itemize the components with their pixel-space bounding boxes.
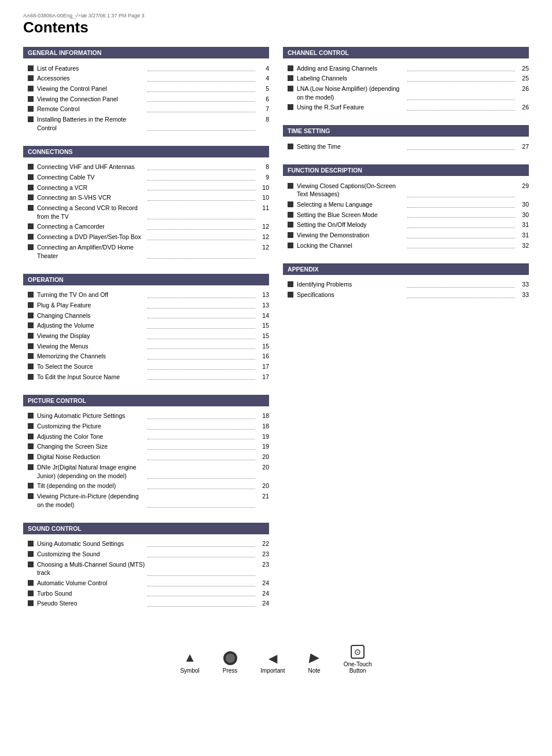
- header-text: AA68-03806A-00Eng_√÷iæ 3/27/06 1:37 PM P…: [23, 13, 145, 19]
- bullet-icon: [28, 454, 34, 460]
- bullet-icon: [288, 104, 293, 110]
- section-header-time-setting: TIME SETTING: [283, 125, 529, 137]
- bullet-icon: [288, 281, 293, 287]
- item-label: Identifying Problems: [297, 280, 405, 289]
- item-label: To Select the Source: [37, 362, 145, 371]
- item-page-number: 25: [517, 64, 529, 73]
- item-page-number: 25: [517, 74, 529, 83]
- section-operation: OPERATIONTurning the TV On and Off13Plug…: [23, 274, 269, 384]
- item-dots: [148, 224, 256, 230]
- right-column: CHANNEL CONTROLAdding and Erasing Channe…: [283, 47, 529, 622]
- item-page-number: 31: [517, 231, 529, 240]
- page-header: AA68-03806A-00Eng_√÷iæ 3/27/06 1:37 PM P…: [23, 12, 529, 19]
- item-dots: [148, 364, 256, 370]
- item-dots: [148, 76, 256, 82]
- item-page-number: 20: [257, 463, 269, 472]
- footer-label-one-touch: One-Touch Button: [344, 661, 372, 674]
- item-dots: [407, 202, 516, 208]
- item-label: Connecting a VCR: [37, 184, 145, 192]
- item-label: Viewing the Menus: [37, 342, 145, 351]
- bullet-icon: [28, 343, 34, 349]
- footer-label-important: Important: [260, 667, 285, 674]
- list-item: Turbo Sound24: [28, 588, 269, 599]
- list-item: Installing Batteries in the Remote Contr…: [28, 114, 269, 133]
- item-dots: [407, 233, 516, 238]
- list-item: Choosing a Multi-Channel Sound (MTS) tra…: [28, 559, 269, 578]
- item-label: Adjusting the Color Tone: [37, 432, 145, 441]
- list-item: Viewing the Menus15: [28, 341, 269, 351]
- list-item: Viewing the Demonstration31: [288, 230, 529, 241]
- item-dots: [148, 354, 256, 359]
- item-label: Viewing Picture-in-Picture (depending on…: [37, 492, 145, 509]
- list-item: Viewing the Connection Panel6: [28, 94, 269, 104]
- item-label: Adjusting the Volume: [37, 321, 145, 330]
- bullet-icon: [28, 483, 34, 489]
- bullet-icon: [288, 243, 293, 248]
- item-dots: [148, 570, 256, 576]
- item-dots: [407, 94, 516, 100]
- section-general-information: GENERAL INFORMATIONList of Features4Acce…: [23, 47, 269, 135]
- list-item: Selecting a Menu Language30: [288, 200, 529, 210]
- item-dots: [148, 125, 256, 131]
- section-items-operation: Turning the TV On and Off13Plug & Play F…: [23, 288, 269, 384]
- item-dots: [407, 105, 516, 111]
- bullet-icon: [28, 205, 34, 211]
- item-page-number: 24: [257, 579, 269, 588]
- item-page-number: 17: [257, 362, 269, 371]
- bullet-icon: [28, 302, 34, 308]
- bullet-icon: [288, 86, 293, 91]
- item-page-number: 16: [257, 352, 269, 361]
- section-header-sound-control: SOUND CONTROL: [23, 523, 269, 534]
- bullet-icon: [28, 313, 34, 318]
- item-page-number: 21: [257, 492, 269, 501]
- item-label: Adding and Erasing Channels: [297, 64, 405, 73]
- list-item: Adding and Erasing Channels25: [288, 63, 529, 74]
- note-icon: ▶: [308, 650, 321, 665]
- item-dots: [148, 65, 256, 71]
- footer-symbol-one-touch: ⊙One-Touch Button: [344, 645, 372, 674]
- item-dots: [407, 76, 516, 82]
- item-dots: [148, 552, 256, 557]
- item-label: Connecting VHF and UHF Antennas: [37, 163, 145, 171]
- item-dots: [148, 164, 256, 170]
- section-items-appendix: Identifying Problems33Specifications33: [283, 277, 529, 302]
- section-appendix: APPENDIXIdentifying Problems33Specificat…: [283, 263, 529, 302]
- list-item: Pseudo Stereo24: [28, 599, 269, 609]
- item-page-number: 12: [257, 243, 269, 252]
- bullet-icon: [28, 333, 34, 339]
- item-page-number: 7: [257, 105, 269, 113]
- footer-symbol-note: ▶Note: [308, 650, 321, 674]
- list-item: List of Features4: [28, 63, 269, 74]
- list-item: Connecting an Amplifier/DVD Home Theater…: [28, 242, 269, 260]
- item-page-number: 17: [257, 373, 269, 381]
- item-page-number: 23: [257, 550, 269, 559]
- bullet-icon: [288, 201, 293, 207]
- list-item: Remote Control7: [28, 104, 269, 115]
- item-page-number: 24: [257, 599, 269, 608]
- item-label: Customizing the Sound: [37, 550, 145, 559]
- bullet-icon: [28, 464, 34, 470]
- list-item: Connecting Cable TV9: [28, 173, 269, 183]
- item-dots: [148, 323, 256, 329]
- item-page-number: 4: [257, 64, 269, 73]
- item-label: Selecting a Menu Language: [297, 200, 405, 209]
- item-dots: [148, 454, 256, 460]
- section-header-operation: OPERATION: [23, 274, 269, 285]
- item-page-number: 30: [517, 211, 529, 219]
- item-page-number: 30: [517, 200, 529, 209]
- item-page-number: 13: [257, 291, 269, 299]
- list-item: Setting the On/Off Melody31: [288, 220, 529, 230]
- section-sound-control: SOUND CONTROLUsing Automatic Sound Setti…: [23, 523, 269, 611]
- list-item: Using Automatic Sound Settings22: [28, 539, 269, 549]
- item-label: Digital Noise Reduction: [37, 453, 145, 461]
- section-function-description: FUNCTION DESCRIPTIONViewing Closed Capti…: [283, 164, 529, 253]
- item-label: Pseudo Stereo: [37, 599, 145, 608]
- item-dots: [407, 144, 516, 150]
- item-page-number: 14: [257, 311, 269, 320]
- item-page-number: 20: [257, 453, 269, 461]
- bullet-icon: [28, 234, 34, 240]
- footer-symbol-press: Press: [223, 651, 238, 674]
- item-dots: [148, 581, 256, 586]
- item-page-number: 18: [257, 422, 269, 431]
- item-page-number: 33: [517, 280, 529, 289]
